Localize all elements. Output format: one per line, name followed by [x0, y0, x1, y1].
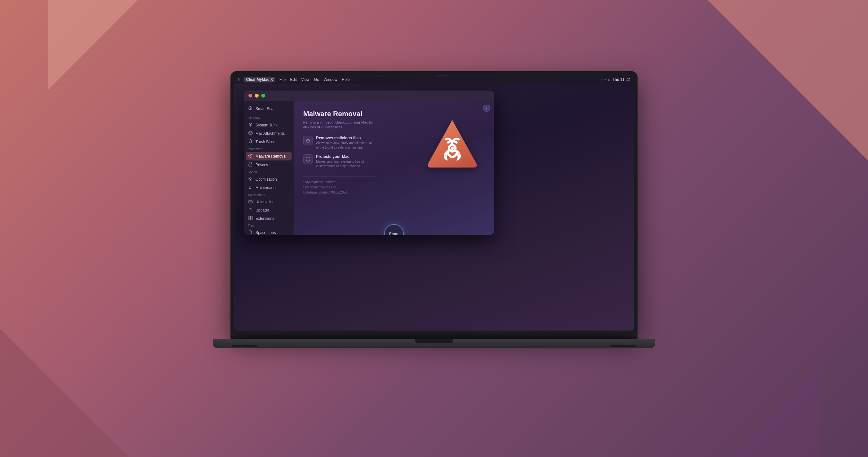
menubar-left:  CleanMyMac X File Edit View Go Window … — [238, 77, 350, 83]
traffic-light-minimize[interactable] — [255, 94, 259, 97]
bg-decoration-bottom-right — [730, 367, 820, 457]
traffic-light-close[interactable] — [248, 94, 252, 97]
bg-decoration-top-right — [708, 0, 868, 161]
bug-icon-wrap — [303, 136, 313, 145]
main-content: i Malware Removal Perform an in-depth ch… — [293, 101, 494, 235]
extensions-icon — [248, 216, 253, 221]
bg-decoration-bottom-left — [0, 329, 128, 457]
menubar-time: Thu 11:22 — [613, 77, 630, 82]
menubar-window[interactable]: Window — [324, 77, 338, 82]
space-lens-icon — [248, 230, 253, 235]
svg-point-15 — [250, 178, 251, 180]
traffic-light-fullscreen[interactable] — [261, 94, 265, 97]
system-junk-icon — [248, 122, 253, 128]
feature-malicious-files-name: Removes malicious files — [316, 136, 374, 140]
laptop-foot-right — [610, 345, 636, 347]
sidebar-item-privacy[interactable]: Privacy — [244, 161, 293, 169]
sidebar-item-optimization[interactable]: Optimization — [244, 175, 293, 183]
feature-subtitle: Perform an in-depth checkup of your Mac … — [303, 120, 374, 130]
menubar-app-name[interactable]: CleanMyMac X — [244, 77, 275, 83]
privacy-icon — [248, 162, 253, 168]
sidebar-item-updater[interactable]: Updater — [244, 206, 293, 215]
smart-scan-icon — [248, 106, 253, 111]
svg-line-27 — [251, 233, 252, 234]
menubar-status-icons: 〈 ▪ ⌕ — [601, 78, 610, 82]
svg-point-26 — [249, 231, 251, 233]
svg-point-40 — [451, 147, 454, 150]
svg-rect-22 — [249, 216, 250, 218]
window-titlebar — [244, 90, 494, 101]
sidebar-item-system-junk[interactable]: System Junk — [244, 121, 293, 129]
sidebar: Smart Scan Cleanup — [244, 101, 293, 235]
feature-malicious-files-text: Removes malicious files Allows to review… — [316, 136, 374, 150]
sidebar-item-extensions[interactable]: Extensions — [244, 215, 293, 223]
svg-rect-23 — [251, 216, 252, 218]
scan-button-wrap: Scan — [384, 224, 404, 235]
optimization-label: Optimization — [255, 177, 277, 182]
sidebar-section-applications: Applications — [244, 192, 293, 198]
privacy-label: Privacy — [255, 163, 268, 167]
app-window: Smart Scan Cleanup — [244, 90, 494, 235]
svg-point-1 — [250, 108, 251, 109]
menubar-help[interactable]: Help — [342, 77, 350, 82]
maintenance-icon — [248, 185, 253, 190]
laptop-screen-bezel:  CleanMyMac X File Edit View Go Window … — [230, 71, 638, 335]
laptop-foot-left — [232, 345, 258, 347]
sidebar-item-mail-attachments[interactable]: Mail Attachments — [244, 129, 293, 137]
shield-icon-wrap — [303, 154, 313, 164]
uninstaller-label: Uninstaller — [255, 200, 274, 204]
shield-icon — [306, 156, 311, 162]
update-db-date: Database updated: 08.02.2021 — [303, 190, 484, 195]
menubar-view[interactable]: View — [301, 77, 310, 82]
feature-protects-mac-desc: Makes sure your system is free of vulner… — [316, 160, 374, 169]
trash-bins-icon — [248, 139, 253, 144]
content-divider — [303, 176, 377, 176]
optimization-icon — [248, 176, 253, 182]
search-icon[interactable]: ⌕ — [608, 78, 610, 82]
extensions-label: Extensions — [255, 216, 274, 221]
feature-protects-mac-name: Protects your Mac — [316, 154, 374, 159]
apple-logo-icon:  — [238, 77, 240, 82]
sidebar-item-trash-bins[interactable]: Trash Bins — [244, 137, 293, 146]
svg-line-17 — [251, 187, 251, 188]
malware-removal-label: Malware Removal — [255, 154, 286, 159]
battery-icon: ▪ — [604, 78, 606, 82]
bg-decoration-top-left — [48, 0, 138, 90]
menubar-go[interactable]: Go — [314, 77, 319, 82]
mail-attachments-label: Mail Attachments — [255, 131, 285, 136]
svg-rect-18 — [249, 200, 252, 203]
sidebar-section-files: Files — [244, 223, 293, 229]
scan-button-label: Scan — [389, 232, 399, 235]
menubar:  CleanMyMac X File Edit View Go Window … — [234, 75, 634, 84]
sidebar-item-smart-scan[interactable]: Smart Scan — [244, 104, 293, 113]
mail-attachments-icon — [248, 131, 253, 136]
laptop-hinge — [230, 335, 638, 339]
uninstaller-icon — [248, 199, 253, 204]
biohazard-svg — [420, 114, 484, 178]
feature-protects-mac-text: Protects your Mac Makes sure your system… — [316, 154, 374, 169]
svg-point-10 — [250, 165, 251, 165]
sidebar-section-speed: Speed — [244, 169, 293, 175]
updater-icon — [248, 208, 253, 213]
menubar-edit[interactable]: Edit — [290, 77, 297, 82]
space-lens-label: Space Lens — [255, 230, 276, 235]
sidebar-item-malware-removal[interactable]: Malware Removal — [246, 152, 292, 161]
malware-removal-icon — [248, 153, 253, 159]
update-info: Stay regularly updated: Last scan: minut… — [303, 180, 484, 195]
sidebar-smart-scan-label: Smart Scan — [255, 107, 276, 111]
trash-bins-label: Trash Bins — [255, 140, 274, 144]
window-body: Smart Scan Cleanup — [244, 101, 494, 235]
svg-rect-24 — [249, 218, 250, 220]
menubar-file[interactable]: File — [279, 77, 286, 82]
sidebar-item-uninstaller[interactable]: Uninstaller — [244, 198, 293, 206]
system-junk-label: System Junk — [255, 123, 278, 127]
bug-icon — [306, 138, 311, 143]
updater-label: Updater — [255, 208, 269, 212]
svg-rect-25 — [251, 218, 252, 220]
sidebar-item-space-lens[interactable]: Space Lens — [244, 229, 293, 235]
sidebar-item-maintenance[interactable]: Maintenance — [244, 183, 293, 192]
menubar-right: 〈 ▪ ⌕ Thu 11:22 — [601, 77, 630, 82]
feature-malicious-files-desc: Allows to review, study and eliminate al… — [316, 141, 374, 150]
laptop-wrapper:  CleanMyMac X File Edit View Go Window … — [210, 71, 658, 386]
scan-button[interactable]: Scan — [384, 224, 404, 235]
